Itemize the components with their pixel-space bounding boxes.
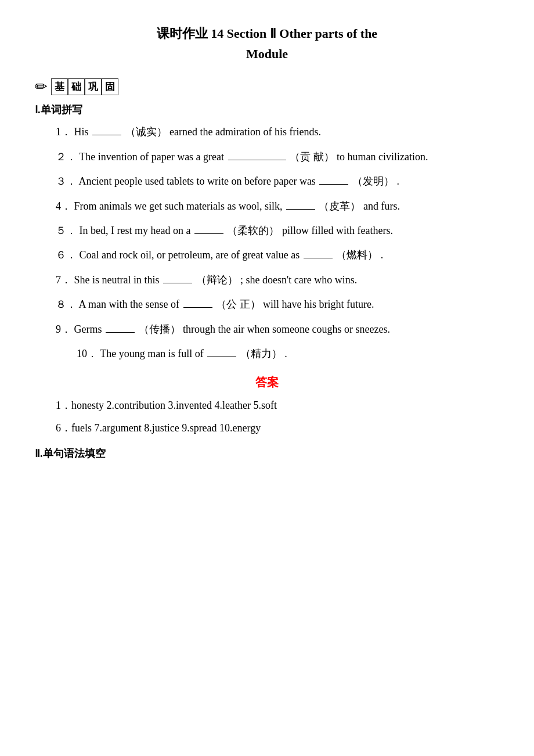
question-2: ２． The invention of paper was a great （贡… bbox=[35, 147, 499, 166]
q10-hint: （精力） bbox=[240, 348, 282, 359]
q8-num: ８． bbox=[56, 298, 77, 310]
q2-prefix: The invention of paper was a great bbox=[79, 151, 226, 163]
q5-num: ５． bbox=[56, 225, 77, 236]
q3-hint: （发明） bbox=[352, 175, 394, 187]
q9-prefix: Germs bbox=[74, 323, 105, 335]
badge-char-4: 固 bbox=[102, 78, 118, 95]
question-7: 7． She is neutral in this （辩论） ; she doe… bbox=[35, 271, 499, 289]
q3-blank bbox=[319, 184, 348, 185]
q2-num: ２． bbox=[56, 151, 77, 163]
q3-num: ３． bbox=[56, 175, 77, 187]
q3-suffix: . bbox=[396, 175, 399, 187]
q7-suffix: ; she doesn't care who wins. bbox=[240, 274, 357, 286]
q1-hint: （诚实） bbox=[125, 126, 167, 138]
q2-suffix: to human civilization. bbox=[337, 151, 428, 163]
q3-prefix: Ancient people used tablets to write on … bbox=[79, 175, 319, 187]
q2-hint: （贡 献） bbox=[290, 151, 334, 163]
q7-blank bbox=[163, 283, 192, 283]
answer-title: 答案 bbox=[35, 375, 499, 390]
q8-suffix: will have his bright future. bbox=[263, 298, 374, 310]
q6-prefix: Coal and rock oil, or petroleum, are of … bbox=[80, 249, 302, 261]
q10-prefix: The young man is full of bbox=[100, 348, 203, 359]
answer-line1: 1．honesty 2.contribution 3.invented 4.le… bbox=[35, 396, 499, 415]
q9-num: 9． bbox=[56, 323, 71, 335]
q4-prefix: From animals we get such materials as wo… bbox=[74, 200, 285, 212]
q6-num: ６． bbox=[56, 249, 77, 261]
q9-suffix: through the air when someone coughs or s… bbox=[183, 323, 390, 335]
section1-label: Ⅰ.单词拼写 bbox=[35, 103, 499, 117]
q5-suffix: pillow filled with feathers. bbox=[282, 225, 393, 236]
q8-hint: （公 正） bbox=[216, 298, 261, 310]
question-5: ５． In bed, I rest my head on a （柔软的） pil… bbox=[35, 221, 499, 240]
q6-suffix: . bbox=[381, 249, 384, 261]
question-6: ６． Coal and rock oil, or petroleum, are … bbox=[35, 246, 499, 264]
section2-label: Ⅱ.单句语法填空 bbox=[35, 447, 499, 460]
q4-num: 4． bbox=[56, 200, 71, 212]
badge-char-2: 础 bbox=[68, 78, 85, 95]
q2-blank bbox=[228, 160, 286, 160]
q4-blank bbox=[286, 209, 315, 210]
q9-hint: （传播） bbox=[139, 323, 181, 335]
q1-prefix: His bbox=[74, 126, 92, 138]
badge-char-3: 巩 bbox=[85, 78, 102, 95]
q9-blank bbox=[106, 332, 135, 333]
pencil-icon: ✏ bbox=[35, 78, 48, 96]
title-line1: 课时作业 14 Section Ⅱ Other parts of the bbox=[35, 23, 499, 44]
q7-num: 7． bbox=[56, 274, 71, 286]
q10-num: 10． bbox=[77, 348, 98, 359]
badge-char-1: 基 bbox=[51, 78, 68, 95]
question-3: ３． Ancient people used tablets to write … bbox=[35, 172, 499, 190]
q8-blank bbox=[183, 307, 212, 308]
question-1: 1． His （诚实） earned the admiration of his… bbox=[35, 123, 499, 141]
badge-text: 基 础 巩 固 bbox=[51, 78, 118, 95]
q5-blank bbox=[194, 233, 223, 234]
question-10: 10． The young man is full of （精力） . bbox=[35, 344, 499, 363]
q7-prefix: She is neutral in this bbox=[74, 274, 163, 286]
question-9: 9． Germs （传播） through the air when someo… bbox=[35, 320, 499, 339]
question-8: ８． A man with the sense of （公 正） will ha… bbox=[35, 295, 499, 314]
q5-prefix: In bed, I rest my head on a bbox=[80, 225, 193, 236]
q4-hint: （皮革） bbox=[319, 200, 360, 212]
q1-num: 1． bbox=[56, 126, 71, 138]
badge-container: ✏ 基 础 巩 固 bbox=[35, 78, 499, 96]
q10-suffix: . bbox=[284, 348, 287, 359]
q5-hint: （柔软的） bbox=[227, 225, 279, 236]
page-title: 课时作业 14 Section Ⅱ Other parts of the Mod… bbox=[35, 23, 499, 64]
q1-suffix: earned the admiration of his friends. bbox=[169, 126, 321, 138]
answer-line2: 6．fuels 7.argument 8.justice 9.spread 10… bbox=[35, 419, 499, 437]
q10-blank bbox=[207, 357, 236, 357]
q6-hint: （燃料） bbox=[336, 249, 378, 261]
q4-suffix: and furs. bbox=[363, 200, 400, 212]
q8-prefix: A man with the sense of bbox=[79, 298, 182, 310]
q7-hint: （辩论） bbox=[196, 274, 238, 286]
question-4: 4． From animals we get such materials as… bbox=[35, 197, 499, 215]
q6-blank bbox=[304, 258, 333, 258]
title-line2: Module bbox=[35, 44, 499, 64]
q1-blank bbox=[92, 135, 121, 135]
